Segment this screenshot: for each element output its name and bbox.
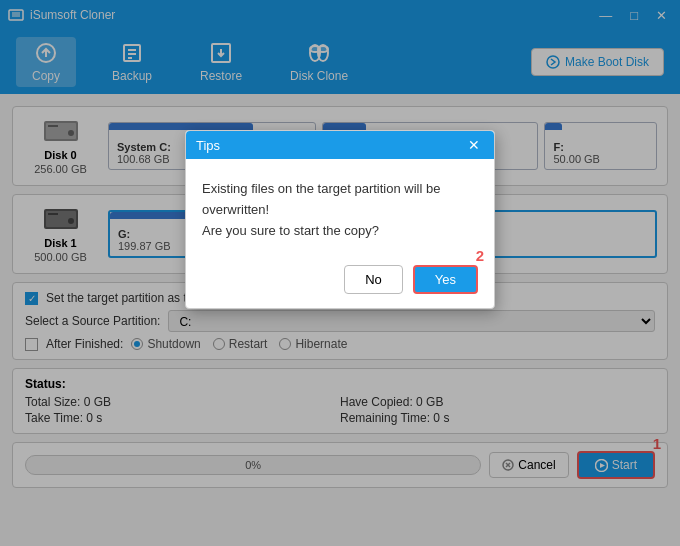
modal-yes-wrapper: 2 Yes [413,265,478,294]
modal-message-line1: Existing files on the target partition w… [202,181,440,217]
tips-modal: Tips ✕ Existing files on the target part… [185,130,495,309]
modal-yes-button[interactable]: Yes [413,265,478,294]
modal-body: Existing files on the target partition w… [186,159,494,257]
modal-overlay: Tips ✕ Existing files on the target part… [0,0,680,546]
modal-header: Tips ✕ [186,131,494,159]
modal-close-button[interactable]: ✕ [464,137,484,153]
modal-badge2: 2 [476,247,484,264]
modal-footer: No 2 Yes [186,257,494,308]
modal-no-button[interactable]: No [344,265,403,294]
modal-message-line2: Are you sure to start the copy? [202,223,379,238]
modal-title: Tips [196,138,220,153]
